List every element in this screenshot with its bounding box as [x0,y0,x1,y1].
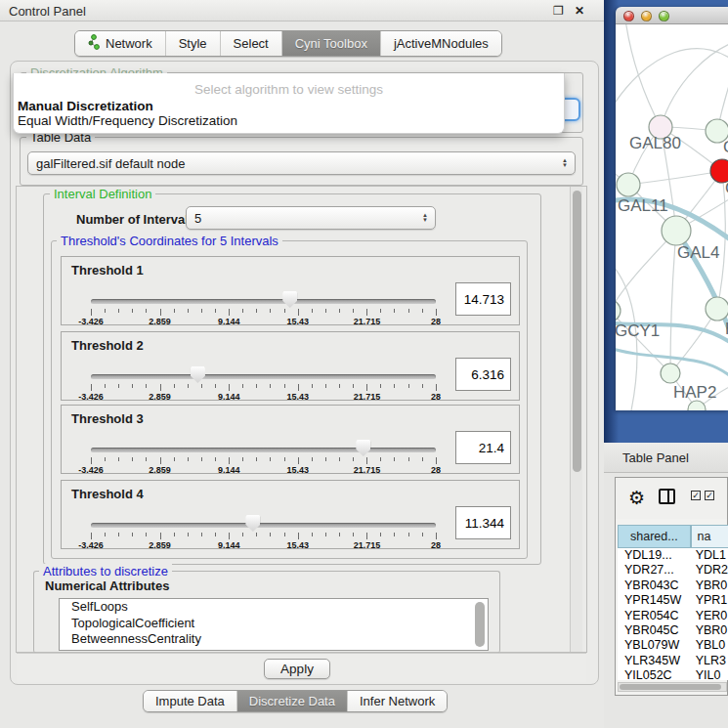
cell-shared-name[interactable]: YER054C [618,609,691,623]
table-data-combo[interactable]: galFiltered.sif default node ▲▼ [27,151,576,175]
threshold-panel: Threshold 3-3.4262.8599.14415.4321.71528 [61,405,520,474]
table-row[interactable]: YER054CYER0 [618,609,728,623]
tab-cyni-toolbox[interactable]: Cyni Toolbox [282,31,381,56]
numerical-attributes-list[interactable]: SelfLoopsTopologicalCoefficientBetweenne… [59,598,489,651]
tick-mark [242,533,243,536]
cell-shared-name[interactable]: YLR345W [618,654,691,668]
list-item-attribute[interactable]: BetweennessCentrality [60,631,488,648]
column-header-name[interactable]: na [691,525,728,548]
cell-shared-name[interactable]: YDL19... [618,548,691,563]
tick-label: 15.43 [287,317,310,326]
network-window-titlebar[interactable] [616,7,728,24]
cell-shared-name[interactable]: YBR045C [618,623,691,638]
cell-name[interactable]: YBL0 [691,638,728,653]
cell-name[interactable]: YIL0 [691,668,728,680]
cyni-mode-tabs: Impute DataDiscretize DataInfer Network [143,690,448,712]
table-row[interactable]: YIL052CYIL0 [618,668,728,680]
settings-scrollbar-thumb[interactable] [573,191,581,472]
tick-mark [132,384,133,388]
tick-mark [201,309,202,313]
threshold-value-field[interactable] [455,358,511,391]
cell-name[interactable]: YBR0 [691,578,728,593]
list-item-attribute[interactable]: TopologicalCoefficient [60,616,488,632]
threshold-slider-track[interactable] [91,523,436,528]
table-row[interactable]: YDR27...YDR2 [618,563,728,578]
tick-mark [215,533,216,536]
cell-name[interactable]: YBR0 [691,623,728,638]
tab-impute-data[interactable]: Impute Data [144,691,237,711]
table-row[interactable]: YBR045CYBR0 [618,623,728,638]
threshold-slider-track[interactable] [91,299,436,304]
tick-mark [174,533,175,536]
tick-mark [298,309,299,316]
columns-icon[interactable] [659,489,675,504]
menu-item-equal-width-frequency[interactable]: Equal Width/Frequency Discretization [18,113,237,128]
cell-shared-name[interactable]: YIL052C [618,668,691,680]
network-node[interactable] [616,300,621,321]
menu-item-manual-discretization[interactable]: Manual Discretization [18,99,153,113]
threshold-slider-thumb[interactable] [245,515,260,532]
cell-shared-name[interactable]: YBL079W [618,638,691,653]
cell-shared-name[interactable]: YDR27... [618,563,691,578]
cell-name[interactable]: YDL1 [691,548,728,563]
cell-name[interactable]: YLR3 [691,654,728,668]
cell-name[interactable]: YER0 [691,609,728,623]
network-node[interactable] [661,364,680,383]
threshold-slider-thumb[interactable] [282,291,297,308]
network-node[interactable] [662,216,691,245]
attributes-list-scrollbar-thumb[interactable] [475,602,485,647]
threshold-value-field[interactable] [455,282,511,316]
table-row[interactable]: YBR043CYBR0 [618,578,728,593]
float-window-icon[interactable]: ❐ [553,4,564,18]
gear-icon[interactable]: ⚙ [628,487,645,509]
tick-mark [160,384,161,391]
network-node[interactable] [617,173,640,196]
close-panel-icon[interactable]: ✕ [575,4,584,18]
table-row[interactable]: YDL19...YDL1 [618,548,728,563]
threshold-slider-track[interactable] [91,448,436,452]
table-horizontal-scrollbar[interactable] [618,682,727,692]
tick-mark [284,309,285,313]
column-header-shared-name[interactable]: shared... [618,525,691,548]
tick-mark [229,533,230,539]
tick-label: 28 [431,317,441,326]
tab-network[interactable]: Network [75,31,166,56]
cell-shared-name[interactable]: YBR043C [618,578,691,593]
tab-style[interactable]: Style [166,31,221,56]
number-of-intervals-combo[interactable]: 5 ▲▼ [186,206,436,230]
tick-mark [436,309,437,316]
threshold-slider-thumb[interactable] [191,366,205,383]
attributes-group-title: Attributes to discretize [39,564,172,578]
tick-mark [380,533,381,536]
table-row[interactable]: YBL079WYBL0 [618,638,728,653]
table-row[interactable]: YPR145WYPR1 [618,593,728,608]
zoom-window-icon[interactable] [659,11,669,21]
threshold-slider-track[interactable] [91,374,436,379]
tab-select[interactable]: Select [221,31,282,56]
list-item-attribute[interactable]: SelfLoops [60,599,488,616]
minimize-window-icon[interactable] [641,11,652,21]
cell-shared-name[interactable]: YPR145W [618,593,691,608]
network-canvas[interactable]: GAL80GACGAL11GAL4GCY1HHAP2 [616,24,728,410]
tick-mark [394,533,395,536]
apply-button[interactable]: Apply [264,659,330,679]
table-hscrollbar-thumb[interactable] [620,684,721,690]
cell-name[interactable]: YPR1 [691,593,728,608]
settings-vertical-scrollbar[interactable] [570,187,582,652]
threshold-value-field[interactable] [455,431,511,464]
close-window-icon[interactable] [623,11,634,21]
slider-tick-labels: -3.4262.8599.14415.4321.71528 [91,317,436,326]
tab-jactivemnodules[interactable]: jActiveMNodules [381,31,501,56]
table-row[interactable]: YLR345WYLR3 [618,654,728,668]
tab-infer-network[interactable]: Infer Network [348,691,447,711]
threshold-value-field[interactable] [455,506,511,539]
cell-name[interactable]: YDR2 [691,563,728,578]
checkbox-icon[interactable]: ✓ [705,491,714,500]
checkbox-icon[interactable]: ✓ [691,491,701,500]
network-node[interactable] [706,297,728,321]
slider-tick-labels: -3.4262.8599.14415.4321.71528 [91,392,436,402]
network-node[interactable] [688,401,706,410]
threshold-slider-thumb[interactable] [356,440,370,456]
tick-mark [132,533,133,536]
tab-discretize-data[interactable]: Discretize Data [237,691,348,711]
